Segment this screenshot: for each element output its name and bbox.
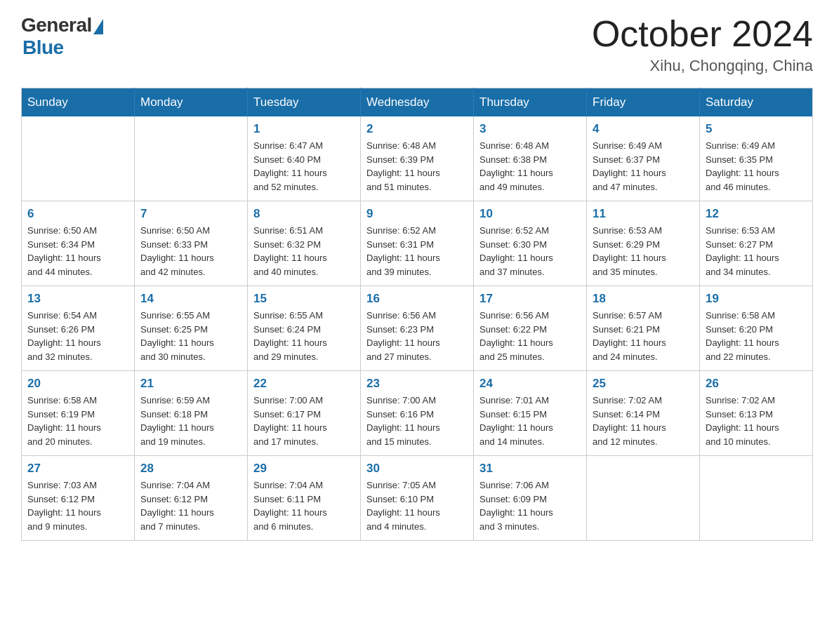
day-number: 17 — [479, 292, 581, 306]
day-number: 31 — [479, 462, 581, 476]
calendar-cell — [22, 116, 135, 201]
day-info: Sunrise: 6:56 AMSunset: 6:23 PMDaylight:… — [366, 309, 468, 363]
day-info: Sunrise: 6:52 AMSunset: 6:31 PMDaylight:… — [366, 224, 468, 279]
weekday-header-monday: Monday — [135, 88, 248, 117]
calendar-cell: 8Sunrise: 6:51 AMSunset: 6:32 PMDaylight… — [248, 201, 361, 286]
day-info: Sunrise: 6:55 AMSunset: 6:25 PMDaylight:… — [140, 309, 241, 363]
day-number: 24 — [479, 377, 581, 391]
calendar-cell: 27Sunrise: 7:03 AMSunset: 6:12 PMDayligh… — [22, 456, 135, 541]
location: Xihu, Chongqing, China — [592, 57, 813, 75]
day-number: 19 — [706, 292, 807, 306]
day-info: Sunrise: 6:54 AMSunset: 6:26 PMDaylight:… — [27, 309, 128, 363]
day-info: Sunrise: 7:02 AMSunset: 6:14 PMDaylight:… — [593, 394, 694, 448]
day-number: 10 — [479, 207, 581, 221]
logo-top: General — [21, 14, 103, 36]
day-info: Sunrise: 6:51 AMSunset: 6:32 PMDaylight:… — [253, 224, 355, 279]
calendar-cell: 12Sunrise: 6:53 AMSunset: 6:27 PMDayligh… — [700, 201, 813, 286]
day-number: 12 — [706, 207, 807, 221]
day-number: 6 — [27, 207, 128, 221]
calendar-cell: 6Sunrise: 6:50 AMSunset: 6:34 PMDaylight… — [22, 201, 135, 286]
day-number: 22 — [253, 377, 355, 391]
day-number: 27 — [27, 462, 128, 476]
weekday-header-thursday: Thursday — [474, 88, 587, 117]
day-info: Sunrise: 6:50 AMSunset: 6:33 PMDaylight:… — [140, 224, 241, 279]
weekday-header-wednesday: Wednesday — [361, 88, 474, 117]
calendar-cell: 15Sunrise: 6:55 AMSunset: 6:24 PMDayligh… — [248, 286, 361, 371]
day-info: Sunrise: 6:57 AMSunset: 6:21 PMDaylight:… — [593, 309, 694, 363]
day-number: 25 — [593, 377, 694, 391]
day-info: Sunrise: 6:53 AMSunset: 6:27 PMDaylight:… — [706, 224, 807, 279]
day-info: Sunrise: 7:00 AMSunset: 6:16 PMDaylight:… — [366, 394, 468, 448]
day-number: 13 — [27, 292, 128, 306]
page-header: General Blue October 2024 Xihu, Chongqin… — [21, 14, 813, 75]
day-info: Sunrise: 6:58 AMSunset: 6:20 PMDaylight:… — [706, 309, 807, 363]
calendar-cell: 29Sunrise: 7:04 AMSunset: 6:11 PMDayligh… — [248, 456, 361, 541]
day-info: Sunrise: 6:49 AMSunset: 6:37 PMDaylight:… — [593, 139, 694, 194]
day-info: Sunrise: 7:01 AMSunset: 6:15 PMDaylight:… — [479, 394, 581, 448]
day-info: Sunrise: 6:55 AMSunset: 6:24 PMDaylight:… — [253, 309, 355, 363]
day-info: Sunrise: 6:53 AMSunset: 6:29 PMDaylight:… — [593, 224, 694, 279]
calendar-cell — [587, 456, 700, 541]
calendar-cell: 25Sunrise: 7:02 AMSunset: 6:14 PMDayligh… — [587, 371, 700, 456]
day-info: Sunrise: 7:04 AMSunset: 6:12 PMDaylight:… — [140, 478, 241, 533]
day-number: 21 — [140, 377, 241, 391]
calendar-cell: 19Sunrise: 6:58 AMSunset: 6:20 PMDayligh… — [700, 286, 813, 371]
calendar-week-row: 20Sunrise: 6:58 AMSunset: 6:19 PMDayligh… — [22, 371, 813, 456]
calendar-cell: 20Sunrise: 6:58 AMSunset: 6:19 PMDayligh… — [22, 371, 135, 456]
calendar-cell: 26Sunrise: 7:02 AMSunset: 6:13 PMDayligh… — [700, 371, 813, 456]
weekday-header-sunday: Sunday — [22, 88, 135, 117]
calendar-cell: 18Sunrise: 6:57 AMSunset: 6:21 PMDayligh… — [587, 286, 700, 371]
month-title: October 2024 — [592, 14, 813, 54]
day-number: 4 — [593, 122, 694, 136]
day-number: 3 — [479, 122, 581, 136]
day-number: 30 — [366, 462, 468, 476]
calendar-week-row: 27Sunrise: 7:03 AMSunset: 6:12 PMDayligh… — [22, 456, 813, 541]
calendar-cell: 22Sunrise: 7:00 AMSunset: 6:17 PMDayligh… — [248, 371, 361, 456]
day-info: Sunrise: 6:48 AMSunset: 6:38 PMDaylight:… — [479, 139, 581, 194]
calendar-cell: 31Sunrise: 7:06 AMSunset: 6:09 PMDayligh… — [474, 456, 587, 541]
calendar-cell: 9Sunrise: 6:52 AMSunset: 6:31 PMDaylight… — [361, 201, 474, 286]
day-info: Sunrise: 6:48 AMSunset: 6:39 PMDaylight:… — [366, 139, 468, 194]
calendar-cell — [700, 456, 813, 541]
calendar-cell: 2Sunrise: 6:48 AMSunset: 6:39 PMDaylight… — [361, 116, 474, 201]
day-info: Sunrise: 6:47 AMSunset: 6:40 PMDaylight:… — [253, 139, 355, 194]
calendar-cell: 24Sunrise: 7:01 AMSunset: 6:15 PMDayligh… — [474, 371, 587, 456]
logo-triangle-icon — [93, 19, 103, 34]
day-number: 28 — [140, 462, 241, 476]
calendar-cell: 7Sunrise: 6:50 AMSunset: 6:33 PMDaylight… — [135, 201, 248, 286]
day-number: 16 — [366, 292, 468, 306]
day-info: Sunrise: 7:00 AMSunset: 6:17 PMDaylight:… — [253, 394, 355, 448]
day-number: 26 — [706, 377, 807, 391]
day-number: 7 — [140, 207, 241, 221]
day-info: Sunrise: 6:59 AMSunset: 6:18 PMDaylight:… — [140, 394, 241, 448]
calendar-cell: 28Sunrise: 7:04 AMSunset: 6:12 PMDayligh… — [135, 456, 248, 541]
calendar-cell: 30Sunrise: 7:05 AMSunset: 6:10 PMDayligh… — [361, 456, 474, 541]
day-number: 5 — [706, 122, 807, 136]
logo-general-text: General — [21, 14, 92, 36]
calendar-cell: 4Sunrise: 6:49 AMSunset: 6:37 PMDaylight… — [587, 116, 700, 201]
calendar-cell: 16Sunrise: 6:56 AMSunset: 6:23 PMDayligh… — [361, 286, 474, 371]
day-number: 8 — [253, 207, 355, 221]
calendar-cell: 5Sunrise: 6:49 AMSunset: 6:35 PMDaylight… — [700, 116, 813, 201]
day-info: Sunrise: 7:04 AMSunset: 6:11 PMDaylight:… — [253, 478, 355, 533]
day-number: 11 — [593, 207, 694, 221]
calendar-cell: 10Sunrise: 6:52 AMSunset: 6:30 PMDayligh… — [474, 201, 587, 286]
weekday-header-saturday: Saturday — [700, 88, 813, 117]
calendar-cell: 23Sunrise: 7:00 AMSunset: 6:16 PMDayligh… — [361, 371, 474, 456]
day-info: Sunrise: 7:02 AMSunset: 6:13 PMDaylight:… — [706, 394, 807, 448]
calendar-cell: 11Sunrise: 6:53 AMSunset: 6:29 PMDayligh… — [587, 201, 700, 286]
day-info: Sunrise: 6:52 AMSunset: 6:30 PMDaylight:… — [479, 224, 581, 279]
day-number: 23 — [366, 377, 468, 391]
day-number: 2 — [366, 122, 468, 136]
calendar-week-row: 1Sunrise: 6:47 AMSunset: 6:40 PMDaylight… — [22, 116, 813, 201]
day-number: 15 — [253, 292, 355, 306]
day-number: 1 — [253, 122, 355, 136]
day-number: 20 — [27, 377, 128, 391]
day-info: Sunrise: 7:06 AMSunset: 6:09 PMDaylight:… — [479, 478, 581, 533]
logo-blue-text: Blue — [22, 36, 64, 59]
day-info: Sunrise: 7:05 AMSunset: 6:10 PMDaylight:… — [366, 478, 468, 533]
calendar-cell — [135, 116, 248, 201]
day-info: Sunrise: 6:58 AMSunset: 6:19 PMDaylight:… — [27, 394, 128, 448]
title-section: October 2024 Xihu, Chongqing, China — [592, 14, 813, 75]
calendar-cell: 13Sunrise: 6:54 AMSunset: 6:26 PMDayligh… — [22, 286, 135, 371]
